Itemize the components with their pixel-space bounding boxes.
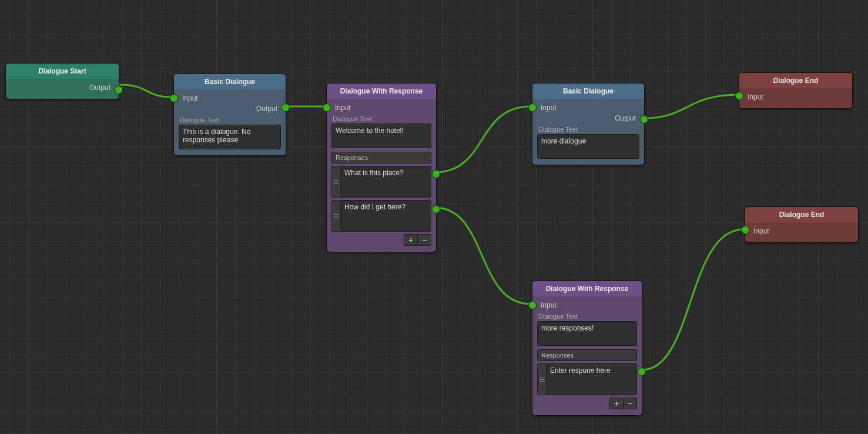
node-title: Dialogue With Response <box>532 281 642 296</box>
responses-header: Responses <box>331 152 431 163</box>
node-dialogue-end-1[interactable]: Dialogue End Input <box>739 72 853 109</box>
responses-header: Responses <box>537 349 637 361</box>
dialogue-text-input[interactable]: This is a dialogue. No responses please <box>179 125 281 149</box>
port-label-output: Output <box>255 104 279 113</box>
response-text-input[interactable]: How did I get here? <box>340 200 431 232</box>
drag-handle-icon[interactable] <box>331 166 340 198</box>
field-label: Dialogue Text <box>180 116 280 123</box>
field-label: Dialogue Text <box>538 313 636 320</box>
port-input[interactable] <box>735 92 743 100</box>
dialogue-text-input[interactable]: Welcome to the hotel! <box>331 123 431 148</box>
node-title: Basic Dialogue <box>532 84 644 99</box>
port-input[interactable] <box>170 94 178 102</box>
node-dialogue-with-response-2[interactable]: Dialogue With Response Input Dialogue Te… <box>532 281 642 416</box>
port-label-output: Output <box>88 83 112 92</box>
node-basic-dialogue-2[interactable]: Basic Dialogue Input Output Dialogue Tex… <box>532 83 645 165</box>
remove-response-button[interactable]: − <box>624 398 637 409</box>
node-dialogue-start[interactable]: Dialogue Start Output <box>5 63 119 99</box>
add-response-button[interactable]: + <box>404 234 418 246</box>
node-title: Dialogue End <box>739 73 852 88</box>
port-input[interactable] <box>528 104 537 112</box>
port-response-output[interactable] <box>432 170 440 178</box>
response-item[interactable]: Enter respone here <box>537 363 637 395</box>
port-output[interactable] <box>281 104 290 112</box>
port-label-output: Output <box>614 113 637 123</box>
port-response-output[interactable] <box>432 205 440 213</box>
remove-response-button[interactable]: − <box>418 234 431 246</box>
node-title: Basic Dialogue <box>174 74 286 89</box>
dialogue-text-input[interactable]: more dialogue <box>537 134 639 159</box>
port-response-output[interactable] <box>638 368 646 376</box>
node-dialogue-with-response-1[interactable]: Dialogue With Response Input Dialogue Te… <box>326 83 437 252</box>
response-item[interactable]: How did I get here? <box>331 200 431 232</box>
response-item[interactable]: What is this place? <box>331 166 431 198</box>
response-text-input[interactable]: Enter respone here <box>546 363 637 395</box>
node-title: Dialogue Start <box>6 64 119 79</box>
port-label-input: Input <box>752 226 770 236</box>
add-response-button[interactable]: + <box>609 398 624 409</box>
dialogue-text-input[interactable]: more responses! <box>537 321 637 346</box>
node-title: Dialogue With Response <box>327 84 436 99</box>
port-label-input: Input <box>539 301 558 310</box>
port-label-input: Input <box>181 94 199 103</box>
drag-handle-icon[interactable] <box>331 200 340 232</box>
port-output[interactable] <box>640 115 648 123</box>
port-output[interactable] <box>115 86 123 94</box>
response-text-input[interactable]: What is this place? <box>340 166 431 198</box>
port-input[interactable] <box>323 104 331 112</box>
node-dialogue-end-2[interactable]: Dialogue End Input <box>745 206 859 243</box>
port-label-input: Input <box>334 103 352 112</box>
port-label-input: Input <box>539 103 558 112</box>
drag-handle-icon[interactable] <box>537 363 546 395</box>
port-label-input: Input <box>746 92 765 102</box>
port-input[interactable] <box>528 301 537 309</box>
node-graph-canvas[interactable]: Dialogue Start Output Basic Dialogue Inp… <box>0 0 868 434</box>
node-basic-dialogue-1[interactable]: Basic Dialogue Input Output Dialogue Tex… <box>173 74 286 156</box>
port-input[interactable] <box>741 226 749 234</box>
field-label: Dialogue Text <box>333 115 430 122</box>
node-title: Dialogue End <box>745 207 858 222</box>
field-label: Dialogue Text <box>538 126 638 133</box>
